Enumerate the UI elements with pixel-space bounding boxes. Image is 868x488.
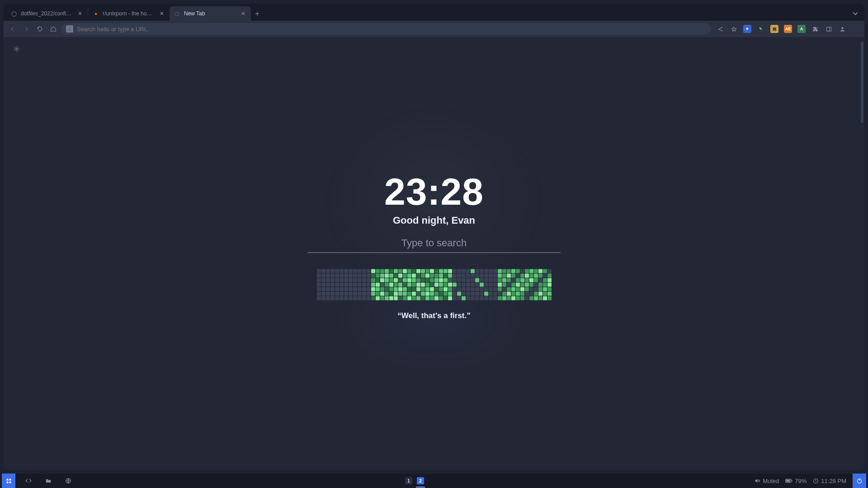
contribution-cell <box>489 296 493 300</box>
bar-code-button[interactable] <box>22 474 35 488</box>
chevron-down-icon <box>853 11 858 16</box>
close-icon[interactable]: ✕ <box>159 10 165 17</box>
contribution-cell <box>439 278 443 282</box>
contribution-cell <box>371 287 375 291</box>
forward-button[interactable] <box>21 23 32 34</box>
clock-status[interactable]: 11:28 PM <box>813 478 846 484</box>
contribution-cell <box>344 278 348 282</box>
power-icon <box>856 478 863 484</box>
contribution-cell <box>538 269 542 273</box>
contribution-cell <box>380 291 384 296</box>
tabs-overflow-button[interactable] <box>849 6 862 21</box>
contribution-cell <box>376 282 380 286</box>
bar-files-button[interactable] <box>42 474 55 488</box>
battery-status[interactable]: 79% <box>785 478 807 484</box>
power-button[interactable] <box>853 474 866 488</box>
contribution-cell <box>529 296 533 300</box>
share-button[interactable] <box>715 24 725 34</box>
contribution-cell <box>317 287 321 291</box>
extension-button-2[interactable]: ✎ <box>756 24 766 34</box>
page-settings-button[interactable] <box>12 44 21 53</box>
contribution-cell <box>448 278 452 282</box>
svg-point-5 <box>841 27 843 29</box>
contribution-cell <box>480 287 484 291</box>
svg-rect-10 <box>9 481 11 483</box>
bar-right: Muted 79% 11:28 PM <box>754 474 868 488</box>
contribution-cell <box>484 273 488 277</box>
contribution-cell <box>349 278 353 282</box>
contribution-cell <box>547 273 552 277</box>
tab-unixporn[interactable]: ● r/unixporn - the home for *N ✕ <box>88 6 170 21</box>
contribution-cell <box>340 269 344 273</box>
contribution-cell <box>326 282 330 286</box>
launcher-button[interactable] <box>2 474 15 488</box>
contribution-cell <box>547 287 552 291</box>
contribution-cell <box>466 282 470 286</box>
contribution-cell <box>434 287 439 291</box>
address-input[interactable] <box>77 26 706 33</box>
extension-button-3[interactable]: ▤ <box>769 24 779 34</box>
contribution-cell <box>385 269 389 273</box>
contribution-cell <box>498 282 502 286</box>
contribution-cell <box>457 291 461 296</box>
contribution-cell <box>534 282 538 286</box>
contribution-cell <box>389 291 393 296</box>
contribution-cell <box>362 282 366 286</box>
contribution-cell <box>330 287 335 291</box>
contribution-cell <box>543 269 547 273</box>
back-button[interactable] <box>7 23 18 34</box>
contribution-cell <box>389 269 393 273</box>
audio-status[interactable]: Muted <box>754 478 779 484</box>
contribution-cell <box>466 291 470 296</box>
contribution-cell <box>462 282 466 286</box>
contribution-cell <box>430 291 434 296</box>
contribution-cell <box>380 278 384 282</box>
extensions-menu-button[interactable] <box>810 24 820 34</box>
contribution-cell <box>389 287 393 291</box>
contribution-cell <box>389 282 393 286</box>
contribution-cell <box>371 296 375 300</box>
tab-new-tab[interactable]: ◌ New Tab ✕ <box>170 6 251 21</box>
contribution-cell <box>493 273 497 277</box>
bar-browser-button[interactable] <box>61 474 75 488</box>
workspace-2[interactable]: 2 <box>417 477 424 484</box>
omnibox[interactable]: ⌂ <box>61 23 711 35</box>
contribution-cell <box>484 269 488 273</box>
newtab-search-input[interactable] <box>307 235 561 252</box>
contribution-cell <box>385 287 389 291</box>
contribution-cell <box>466 296 470 300</box>
contribution-cell <box>376 273 380 277</box>
close-icon[interactable]: ✕ <box>240 10 246 17</box>
home-button[interactable] <box>48 23 59 34</box>
reload-button[interactable] <box>34 23 45 34</box>
sidepanel-button[interactable] <box>824 24 834 34</box>
contribution-cell <box>511 273 515 277</box>
contribution-cell <box>358 269 362 273</box>
contribution-cell <box>443 273 448 277</box>
close-icon[interactable]: ✕ <box>77 10 83 17</box>
tab-dotfiles[interactable]: ◯ dotfiles_2022/config at main ✕ <box>6 6 88 21</box>
contribution-cell <box>380 282 384 286</box>
extension-button-a[interactable]: A <box>797 24 807 34</box>
contribution-cell <box>317 273 321 277</box>
extension-button-1[interactable]: ✦ <box>742 24 752 34</box>
site-info-icon[interactable]: ⌂ <box>66 25 73 33</box>
scrollbar-thumb[interactable] <box>861 42 863 123</box>
contribution-cell <box>462 296 466 300</box>
newtab-search[interactable] <box>307 235 561 253</box>
browser-menu-button[interactable] <box>851 24 861 34</box>
bookmark-button[interactable] <box>729 24 739 34</box>
contribution-cell <box>425 273 429 277</box>
contribution-cell <box>430 278 434 282</box>
extension-button-ae[interactable]: AE <box>783 24 793 34</box>
contribution-cell <box>471 269 475 273</box>
workspace-1[interactable]: 1 <box>405 477 412 484</box>
newtab-center: 23:28 Good night, Evan “Well, that’s a f… <box>289 169 579 320</box>
contribution-cell <box>421 296 425 300</box>
contribution-cell <box>462 287 466 291</box>
newtab-icon: ◌ <box>174 10 180 17</box>
profile-button[interactable] <box>837 24 847 34</box>
contribution-cell <box>416 287 420 291</box>
new-tab-button[interactable]: ＋ <box>251 6 264 21</box>
contribution-cell <box>371 278 375 282</box>
